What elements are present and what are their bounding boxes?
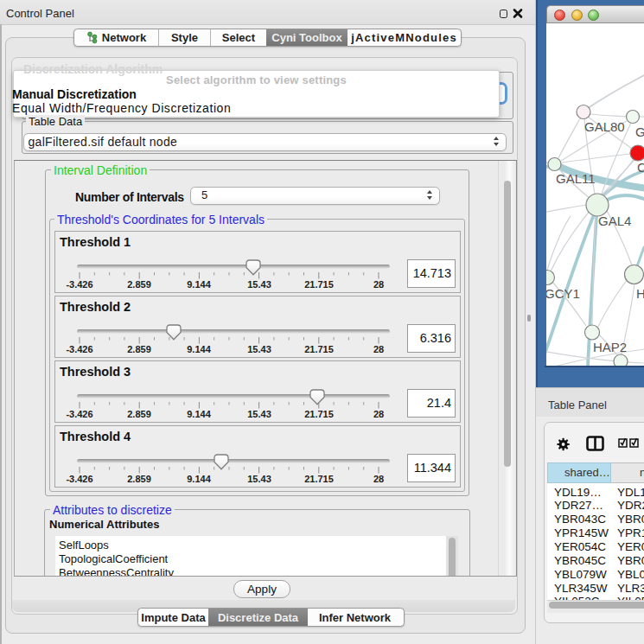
svg-text:H: H bbox=[636, 286, 644, 301]
svg-text:GAL80: GAL80 bbox=[584, 119, 625, 134]
svg-text:GAL11: GAL11 bbox=[556, 171, 596, 186]
svg-text:GAL: GAL bbox=[635, 124, 644, 139]
svg-text:HAP2: HAP2 bbox=[593, 340, 627, 354]
svg-text:CD: CD bbox=[637, 160, 644, 175]
svg-text:GAL4: GAL4 bbox=[598, 214, 631, 228]
svg-text:GCY1: GCY1 bbox=[546, 286, 580, 301]
